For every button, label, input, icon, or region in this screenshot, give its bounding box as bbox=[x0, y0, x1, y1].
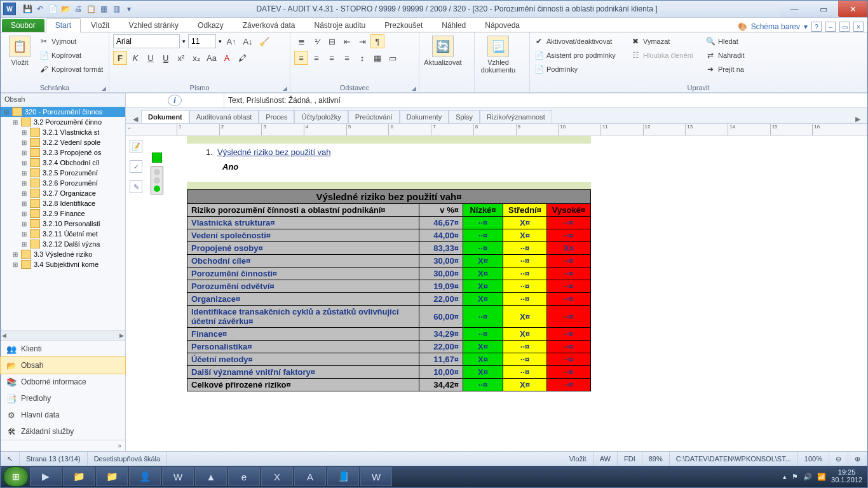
font-size-combo[interactable]: 11 bbox=[188, 34, 216, 48]
tab-scroll-right[interactable]: ▶ bbox=[852, 115, 864, 123]
nav-obsah[interactable]: 📂Obsah bbox=[0, 356, 126, 374]
tab-zaverkova[interactable]: Záverková data bbox=[234, 19, 304, 32]
maximize-button[interactable]: ▭ bbox=[809, 1, 838, 17]
shading-button[interactable]: ▦ bbox=[370, 51, 384, 65]
double-underline-button[interactable]: U̲ bbox=[159, 51, 173, 65]
nav-odborné-informace[interactable]: 📚Odborné informace bbox=[1, 374, 125, 390]
tab-auditovana[interactable]: Auditovaná oblast bbox=[189, 110, 259, 123]
tree-node[interactable]: ⊞320 - Porozumění činnos bbox=[1, 107, 125, 117]
tab-nastroje[interactable]: Nástroje auditu bbox=[306, 19, 375, 32]
result-risk-link[interactable]: Výsledné riziko bez použití vah bbox=[217, 147, 330, 157]
gutter-edit-icon[interactable]: ✎ bbox=[130, 180, 142, 193]
replace-button[interactable]: ⇄Nahradit bbox=[705, 48, 763, 62]
taskbar-notes[interactable]: 📘 bbox=[327, 467, 359, 486]
taskbar-mediaplayer[interactable]: ▶ bbox=[30, 467, 62, 486]
file-tab[interactable]: Soubor bbox=[2, 19, 44, 32]
tree-node[interactable]: ⊞3.4 Subjektivní kome bbox=[1, 259, 125, 269]
qat-new-icon[interactable]: 📄 bbox=[48, 4, 58, 14]
tab-spisy[interactable]: Spisy bbox=[449, 110, 480, 123]
taskbar-word[interactable]: W bbox=[162, 467, 194, 486]
tree-node[interactable]: ⊞3.2.10 Personalisti bbox=[1, 219, 125, 229]
tab-odkazy[interactable]: Odkazy bbox=[189, 19, 233, 32]
line-spacing-button[interactable]: ↕ bbox=[355, 51, 369, 65]
content-tree[interactable]: ⊞320 - Porozumění činnos⊞3.2 Porozumění … bbox=[1, 105, 125, 330]
help-icon[interactable]: ? bbox=[811, 22, 822, 32]
tab-vzhled[interactable]: Vzhled stránky bbox=[119, 19, 187, 32]
align-center-button[interactable]: ≡ bbox=[309, 51, 323, 65]
font-name-combo[interactable]: Arial bbox=[113, 34, 180, 48]
align-right-button[interactable]: ≡ bbox=[325, 51, 339, 65]
show-marks-button[interactable]: ¶ bbox=[370, 34, 384, 48]
taskbar-explorer2[interactable]: 📁 bbox=[96, 467, 128, 486]
font-color-button[interactable]: A bbox=[220, 51, 234, 65]
superscript-button[interactable]: x² bbox=[174, 51, 188, 65]
gutter-check-icon[interactable]: ✓ bbox=[130, 160, 142, 173]
tab-start[interactable]: Start bbox=[46, 18, 81, 32]
align-left-button[interactable]: ≡ bbox=[294, 51, 308, 65]
tab-proces[interactable]: Proces bbox=[259, 110, 294, 123]
mdi-max-icon[interactable]: ▭ bbox=[839, 22, 850, 32]
taskbar-excel[interactable]: X bbox=[261, 467, 293, 486]
horizontal-ruler[interactable]: ⌐ 12345678910111213141516 bbox=[126, 124, 867, 136]
close-button[interactable]: ✕ bbox=[838, 1, 867, 17]
qat-save-icon[interactable]: 💾 bbox=[22, 4, 32, 14]
find-button[interactable]: 🔍Hledat bbox=[705, 34, 763, 48]
minimize-button[interactable]: — bbox=[780, 1, 809, 17]
tab-prezkouset[interactable]: Prezkoušet bbox=[376, 19, 431, 32]
tree-scrollbar[interactable]: ◀▶ bbox=[1, 330, 125, 340]
copy-button[interactable]: 📄Kopírovat bbox=[39, 48, 103, 62]
tray-network-icon[interactable]: 📶 bbox=[817, 473, 826, 481]
tree-node[interactable]: ⊞3.2 Porozumění činno bbox=[1, 117, 125, 127]
scheme-label[interactable]: Schéma barev bbox=[751, 22, 800, 31]
cut-button[interactable]: ✂Vyjmout bbox=[39, 34, 103, 48]
activate-button[interactable]: ✔Aktivovat/deaktivovat bbox=[534, 34, 627, 48]
tree-node[interactable]: ⊞3.2.5 Porozumění bbox=[1, 168, 125, 178]
clear-format-button[interactable]: 🧹 bbox=[257, 34, 271, 48]
tab-dokument[interactable]: Dokument bbox=[141, 110, 189, 123]
tab-nahled[interactable]: Náhled bbox=[433, 19, 475, 32]
tab-scroll-left[interactable]: ◀ bbox=[130, 115, 141, 123]
taskbar-messenger[interactable]: 👤 bbox=[129, 467, 161, 486]
system-clock[interactable]: 19:2530.1.2012 bbox=[831, 469, 862, 484]
multilevel-button[interactable]: ⊟ bbox=[325, 34, 339, 48]
nav-hlavní-data[interactable]: ⚙Hlavní data bbox=[1, 407, 125, 423]
taskbar-ie[interactable]: e bbox=[228, 467, 260, 486]
qat-open-icon[interactable]: 📂 bbox=[60, 4, 71, 14]
nav-chevron-icon[interactable]: » bbox=[118, 442, 121, 449]
delete-button[interactable]: ✖Vymazat bbox=[630, 34, 702, 48]
start-button[interactable]: ⊞ bbox=[3, 466, 29, 487]
assistant-button[interactable]: 📄Asistent pro podmínky bbox=[534, 48, 627, 62]
tab-dokumenty[interactable]: Dokumenty bbox=[400, 110, 449, 123]
taskbar-adobe[interactable]: A bbox=[294, 467, 326, 486]
zoom-in-button[interactable]: ⊕ bbox=[848, 452, 867, 466]
dialog-launcher-icon[interactable]: ◢ bbox=[283, 85, 287, 92]
qat-btn2-icon[interactable]: ▥ bbox=[111, 4, 121, 14]
format-painter-button[interactable]: 🖌Kopírovat formát bbox=[39, 62, 103, 76]
paste-button[interactable]: 📋 Vložit bbox=[4, 34, 35, 66]
tree-node[interactable]: ⊞3.2.11 Účetní met bbox=[1, 229, 125, 239]
tree-node[interactable]: ⊞3.2.3 Propojené os bbox=[1, 147, 125, 158]
tree-node[interactable]: ⊞3.2.7 Organizace bbox=[1, 188, 125, 198]
tree-node[interactable]: ⊞3.3 Výsledné riziko bbox=[1, 249, 125, 259]
nav-predlohy[interactable]: 📑Predlohy bbox=[1, 390, 125, 407]
tray-chevron-icon[interactable]: ▴ bbox=[783, 473, 787, 481]
italic-button[interactable]: K bbox=[128, 51, 142, 65]
qat-copy-icon[interactable]: 📋 bbox=[86, 4, 96, 14]
indent-inc-button[interactable]: ⇥ bbox=[355, 34, 369, 48]
mdi-min-icon[interactable]: – bbox=[825, 22, 836, 32]
tray-volume-icon[interactable]: 🔊 bbox=[803, 473, 812, 481]
bullets-button[interactable]: ≣ bbox=[294, 34, 308, 48]
tab-napoveda[interactable]: Nápoveda bbox=[476, 19, 529, 32]
align-justify-button[interactable]: ≡ bbox=[340, 51, 354, 65]
tab-riziko[interactable]: Riziko/významnost bbox=[480, 110, 552, 123]
borders-button[interactable]: ▭ bbox=[386, 51, 400, 65]
grow-font-button[interactable]: A↑ bbox=[224, 34, 238, 48]
tab-ucty[interactable]: Účty/položky bbox=[294, 110, 348, 123]
goto-button[interactable]: ➜Prejít na bbox=[705, 62, 763, 76]
taskbar-vlc[interactable]: ▲ bbox=[195, 467, 227, 486]
tree-node[interactable]: ⊞3.2.6 Porozumění bbox=[1, 178, 125, 188]
dropdown-icon[interactable]: ▾ bbox=[804, 22, 808, 31]
numbering-button[interactable]: ⅟ bbox=[309, 34, 323, 48]
mdi-close-icon[interactable]: × bbox=[853, 22, 864, 32]
indent-dec-button[interactable]: ⇤ bbox=[340, 34, 354, 48]
